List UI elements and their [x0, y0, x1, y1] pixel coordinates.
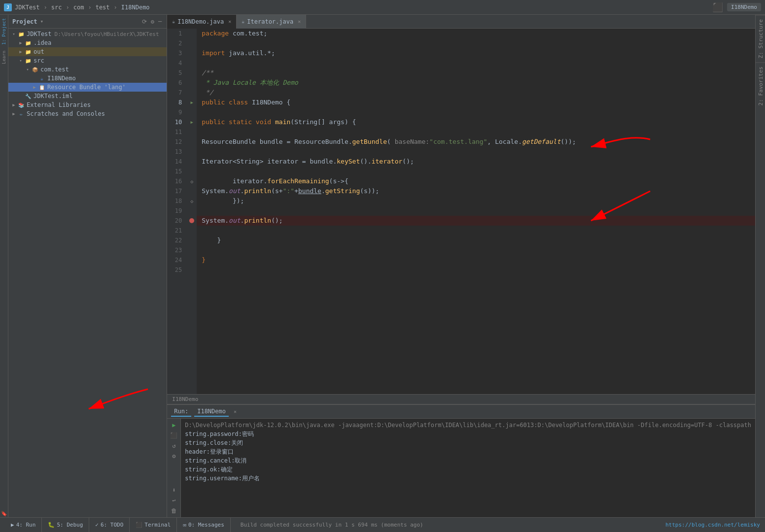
run-output-line-3: header:登录窗口 — [185, 447, 751, 456]
code-line-22[interactable]: } — [197, 235, 755, 245]
run-config[interactable]: I18NDemo — [727, 3, 761, 11]
tree-item-iml[interactable]: 🔧 JDKTest.iml — [8, 92, 167, 100]
project-icon[interactable]: 1: Project — [0, 17, 8, 46]
tree-root[interactable]: ▾ 📁 JDKTest D:\Users\foyou\HBuilderX\JDK… — [8, 30, 167, 38]
idea-arrow[interactable]: ▶ — [17, 40, 24, 45]
gc-1 — [187, 29, 197, 38]
learn-icon[interactable]: Learn — [0, 47, 8, 67]
code-line-6[interactable]: * Java Locale 本地化 Demo — [197, 78, 755, 88]
src-path: src — [51, 4, 62, 11]
editor-label: I18NDemo — [167, 394, 755, 404]
sync-icon[interactable]: ⟳ — [141, 18, 148, 26]
tree-item-i18n[interactable]: ☕ I18NDemo — [8, 74, 167, 83]
gc-14 — [187, 157, 197, 166]
code-line-3[interactable]: import java.util.*; — [197, 48, 755, 58]
code-line-8[interactable]: public class I18NDemo { — [197, 98, 755, 107]
code-line-18[interactable]: }); — [197, 196, 755, 206]
code-line-9[interactable] — [197, 107, 755, 117]
com-test-arrow[interactable]: ▾ — [24, 67, 31, 72]
run-output[interactable]: D:\DevelopPlatform\jdk-12.0.2\bin\java.e… — [181, 419, 755, 517]
minimize-icon[interactable]: ⬛ — [712, 2, 723, 12]
code-line-20[interactable]: System.out.println(); — [197, 216, 755, 226]
ext-lib-arrow[interactable]: ▶ — [10, 102, 17, 107]
gc-8[interactable]: ▶ — [187, 98, 197, 107]
project-panel: Project ▾ ⟳ ⚙ ─ ▾ 📁 JDKTest D:\Users\foy… — [8, 15, 167, 517]
run-rerun-icon[interactable]: ↺ — [171, 441, 176, 450]
code-line-10[interactable]: public static void main(String[] args) { — [197, 117, 755, 127]
tree-item-scratches[interactable]: ▶ ✏️ Scratches and Consoles — [8, 109, 167, 118]
tree-item-idea[interactable]: ▶ 📁 .idea — [8, 38, 167, 47]
bookmark-icon[interactable]: 🔖 — [0, 509, 8, 517]
scratches-arrow[interactable]: ▶ — [10, 111, 17, 116]
code-line-15[interactable] — [197, 166, 755, 176]
code-line-17[interactable]: System.out.println(s+":"+bundle.getStrin… — [197, 186, 755, 196]
code-content[interactable]: package com.test; import java.util.*; /*… — [197, 29, 755, 394]
code-line-1[interactable]: package com.test; — [197, 29, 755, 38]
terminal-tab-icon: ⬛ — [136, 522, 142, 528]
run-wrap-icon[interactable]: ↩ — [171, 496, 176, 505]
package-icon: 📦 — [31, 66, 39, 73]
code-line-25[interactable] — [197, 265, 755, 275]
code-line-16[interactable]: iterator.forEachRemaining(s->{ — [197, 176, 755, 186]
fold-10[interactable]: ▶ — [191, 120, 193, 125]
status-tab-messages[interactable]: ✉ 0: Messages — [177, 518, 230, 532]
project-dropdown-arrow[interactable]: ▾ — [40, 18, 44, 25]
tab-close-2[interactable]: ✕ — [298, 19, 301, 24]
ln-15: 15 — [167, 166, 184, 176]
right-tab-favorites[interactable]: 2: Favorites — [756, 62, 765, 109]
gc-16[interactable]: ◇ — [187, 176, 197, 186]
run-stop-icon[interactable]: ⬛ — [169, 431, 178, 440]
code-line-14[interactable]: Iterator<String> iterator = bundle.keySe… — [197, 157, 755, 166]
gc-10[interactable]: ▶ — [187, 117, 197, 127]
code-line-19[interactable] — [197, 206, 755, 216]
i18n-label: I18NDemo — [47, 75, 76, 82]
run-left-icons: ▶ ⬛ ↺ ⚙ ⬇ ↩ 🗑 — [167, 419, 181, 517]
settings-icon[interactable]: ⚙ — [150, 18, 155, 26]
status-tab-run[interactable]: ▶ 4: Run — [5, 518, 42, 532]
fold-18[interactable]: ◇ — [190, 199, 193, 204]
gc-18[interactable]: ◇ — [187, 196, 197, 206]
tree-item-resource-bundle[interactable]: ▶ 📋 Resource Bundle 'lang' — [8, 83, 167, 92]
run-scroll-end-icon[interactable]: ⬇ — [171, 486, 176, 495]
code-line-5[interactable]: /** — [197, 68, 755, 78]
src-arrow[interactable]: ▾ — [17, 58, 24, 63]
code-line-21[interactable] — [197, 226, 755, 235]
code-line-7[interactable]: */ — [197, 88, 755, 98]
tree-item-src[interactable]: ▾ 📁 src — [8, 56, 167, 65]
scratches-icon: ✏️ — [17, 110, 25, 117]
run-tab-name[interactable]: I18NDemo — [194, 407, 229, 417]
tab-iterator[interactable]: ☕ Iterator.java ✕ — [237, 15, 306, 29]
ln-4: 4 — [167, 58, 184, 68]
run-play-icon[interactable]: ▶ — [171, 421, 176, 430]
test-path: test — [96, 4, 110, 11]
debug-tab-icon: 🐛 — [48, 522, 55, 528]
status-tab-debug[interactable]: 🐛 5: Debug — [42, 518, 89, 532]
tree-item-com-test[interactable]: ▾ 📦 com.test — [8, 65, 167, 74]
minimize-panel-icon[interactable]: ─ — [157, 18, 163, 26]
tree-item-ext-lib[interactable]: ▶ 📚 External Libraries — [8, 100, 167, 109]
code-line-24[interactable]: } — [197, 255, 755, 265]
code-line-4[interactable] — [197, 58, 755, 68]
run-settings-icon[interactable]: ⚙ — [171, 452, 176, 461]
code-editor: 1 2 3 4 5 6 7 8 9 10 11 12 13 14 15 16 1… — [167, 29, 755, 394]
out-arrow[interactable]: ▶ — [17, 49, 24, 54]
run-output-line-4: string.cancel:取消 — [185, 456, 751, 465]
rb-arrow[interactable]: ▶ — [31, 85, 38, 90]
fold-16[interactable]: ◇ — [190, 179, 193, 184]
code-line-11[interactable] — [197, 127, 755, 137]
code-line-23[interactable] — [197, 245, 755, 255]
status-tab-todo[interactable]: ✓ 6: TODO — [89, 518, 130, 532]
tab-close-1[interactable]: ✕ — [228, 19, 231, 24]
tree-item-out[interactable]: ▶ 📁 out — [8, 47, 167, 56]
code-line-13[interactable] — [197, 147, 755, 157]
status-tab-terminal[interactable]: ⬛ Terminal — [130, 518, 177, 532]
right-tab-structure[interactable]: Z: Structure — [756, 15, 765, 62]
fold-8[interactable]: ▶ — [191, 100, 193, 105]
code-line-12[interactable]: ResourceBundle bundle = ResourceBundle.g… — [197, 137, 755, 147]
run-tab-close[interactable]: ✕ — [234, 409, 237, 414]
code-line-2[interactable] — [197, 38, 755, 48]
breakpoint-20[interactable] — [189, 218, 194, 223]
tab-i18ndemo[interactable]: ☕ I18NDemo.java ✕ — [167, 15, 237, 29]
run-clear-icon[interactable]: 🗑 — [170, 506, 178, 515]
root-arrow[interactable]: ▾ — [10, 32, 17, 36]
